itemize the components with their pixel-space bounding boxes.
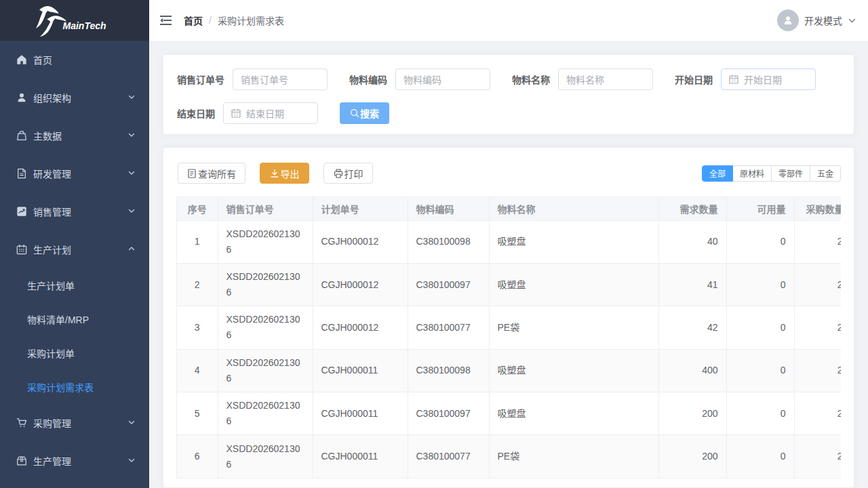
svg-text:MainTech: MainTech (63, 20, 106, 31)
